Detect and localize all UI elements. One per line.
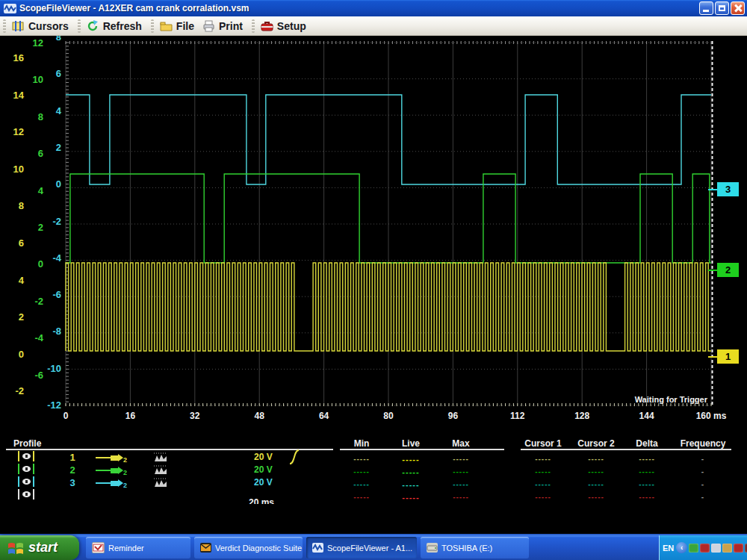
y-axis-tick-label: 6	[4, 237, 24, 249]
cursor-column-header: Delta	[636, 438, 657, 449]
print-button-label: Print	[219, 20, 243, 32]
histogram-icon[interactable]	[153, 464, 168, 478]
blocked-device-icon[interactable]	[734, 544, 743, 553]
channel-marker-2[interactable]: 2	[717, 263, 739, 277]
probe-connection-icon[interactable]: 2	[96, 465, 127, 476]
histogram-icon[interactable]	[153, 452, 168, 465]
cursor-column-header: Cursor 1	[524, 438, 561, 449]
cursors-button[interactable]: Cursors	[10, 19, 75, 34]
x-axis-tick-label: 96	[429, 411, 477, 421]
toolbar-grip	[151, 19, 154, 33]
measurement-placeholder-value: -----	[392, 467, 430, 476]
measurement-placeholder-value: -----	[628, 493, 666, 501]
antivirus-shield-icon[interactable]	[689, 544, 698, 553]
setup-button[interactable]: Setup	[258, 19, 312, 34]
probe-connection-icon[interactable]: 2	[96, 478, 127, 488]
channel-marker-line	[708, 270, 717, 271]
divider	[6, 449, 333, 450]
y-axis-tick-label: -6	[42, 289, 61, 300]
taskbar-item-label: Verdict Diagnostic Suite	[215, 544, 302, 553]
histogram-icon[interactable]	[153, 477, 168, 491]
x-axis-tick-label: 128	[558, 411, 606, 421]
x-axis-tick-label: 144	[623, 411, 671, 421]
channel-1-crankshaft-trace	[66, 263, 711, 351]
voltage-range-label: 20 V	[254, 452, 273, 462]
app-icon	[4, 3, 16, 14]
channel-visibility-eye-icon[interactable]	[18, 451, 34, 461]
taskbar-item-scopefileviewer[interactable]: ScopeFileViewer - A1...	[306, 537, 417, 559]
print-button[interactable]: Print	[200, 19, 249, 34]
measurement-placeholder-value: -----	[577, 455, 615, 463]
measurement-column-header: Min	[354, 438, 370, 449]
measurement-placeholder-value: -----	[343, 455, 380, 463]
y-axis-tick-label: 2	[42, 142, 61, 153]
file-button[interactable]: File	[158, 19, 200, 34]
disconnected-device-icon[interactable]	[700, 544, 710, 553]
y-axis-tick-label: 4	[24, 185, 43, 196]
taskbar-item-toshiba-drive[interactable]: TOSHIBA (E:)	[421, 537, 529, 559]
waveform-plot	[0, 36, 747, 437]
measurement-placeholder-value: -----	[392, 455, 430, 464]
taskbar-item-verdict-diagnostic-suite[interactable]: Verdict Diagnostic Suite	[194, 537, 303, 559]
measurement-placeholder-value: -----	[628, 467, 666, 476]
y-axis-tick-label: 6	[24, 148, 43, 159]
reminder-icon	[92, 542, 105, 553]
x-axis-tick-label: 160 ms	[687, 411, 735, 421]
channel-number-label: 1	[67, 452, 78, 463]
language-indicator[interactable]: EN	[663, 544, 674, 553]
title-bar: ScopeFileViewer - A12XER cam crank corra…	[0, 0, 747, 16]
verdict-suite-icon	[200, 543, 211, 553]
refresh-button[interactable]: Refresh	[84, 19, 148, 34]
y-axis-tick-label: -8	[42, 326, 61, 337]
x-axis-tick-label: 32	[171, 411, 219, 421]
language-toolbar-icon[interactable]: ‹	[676, 542, 687, 553]
measurement-placeholder-value: -----	[442, 455, 480, 463]
probe-connection-icon[interactable]: 2	[96, 452, 127, 463]
y-axis-tick-label: 12	[4, 126, 24, 137]
channel-marker-line	[708, 189, 717, 190]
x-axis-tick-label: 48	[235, 411, 283, 421]
measurement-placeholder-value: -----	[524, 493, 562, 501]
measurement-placeholder-value: -----	[343, 467, 380, 476]
taskbar-item-label: Reminder	[108, 544, 144, 553]
drive-icon	[427, 543, 438, 553]
measurement-placeholder-value: -----	[442, 493, 480, 501]
network-activity-icon[interactable]	[711, 544, 721, 553]
trigger-status-text: Waiting for Trigger	[635, 395, 707, 404]
refresh-icon	[87, 20, 99, 32]
measurement-placeholder-value: -----	[524, 455, 562, 463]
measurement-placeholder-value: -----	[343, 480, 380, 488]
file-folder-icon	[160, 20, 173, 32]
measurement-column-header: Max	[452, 438, 469, 449]
message-alert-icon[interactable]	[722, 544, 732, 553]
measurement-placeholder-value: -----	[343, 493, 380, 501]
toolbar-grip	[252, 19, 255, 33]
measurement-placeholder-value: -----	[442, 467, 480, 476]
profile-header: Profile	[13, 438, 41, 449]
start-button[interactable]: start	[0, 535, 79, 560]
measurements-panel: Profile 1220 V2220 V3220 V 20 ms MinLive…	[0, 437, 747, 504]
channel-visibility-eye-icon[interactable]	[18, 476, 34, 487]
y-axis-tick-label: -2	[42, 216, 61, 227]
y-axis-tick-label: 6	[42, 68, 61, 79]
y-axis-tick-label: 4	[42, 105, 61, 116]
channel-visibility-eye-icon[interactable]	[18, 464, 34, 474]
close-button[interactable]	[731, 1, 745, 15]
channel-marker-3[interactable]: 3	[717, 182, 739, 196]
channel-visibility-eye-icon[interactable]	[18, 489, 34, 500]
frequency-placeholder-value: -	[684, 467, 722, 476]
channel-number-label: 3	[67, 477, 78, 488]
printer-icon	[202, 20, 215, 32]
scope-file-viewer-window: ScopeFileViewer - A12XER cam crank corra…	[0, 0, 747, 560]
refresh-button-label: Refresh	[103, 20, 142, 32]
trigger-slope-icon[interactable]	[288, 449, 300, 468]
channel-marker-1[interactable]: 1	[717, 349, 739, 364]
restore-button[interactable]	[715, 1, 729, 15]
toolbar-grip	[3, 19, 6, 33]
taskbar-item-reminder[interactable]: Reminder	[86, 537, 190, 559]
taskbar-item-label: ScopeFileViewer - A1...	[327, 544, 412, 553]
eye-icon	[22, 453, 31, 459]
minimize-button[interactable]	[699, 1, 713, 15]
y-axis-tick-label: 8	[24, 111, 43, 122]
y-axis-tick-label: 14	[4, 90, 24, 101]
